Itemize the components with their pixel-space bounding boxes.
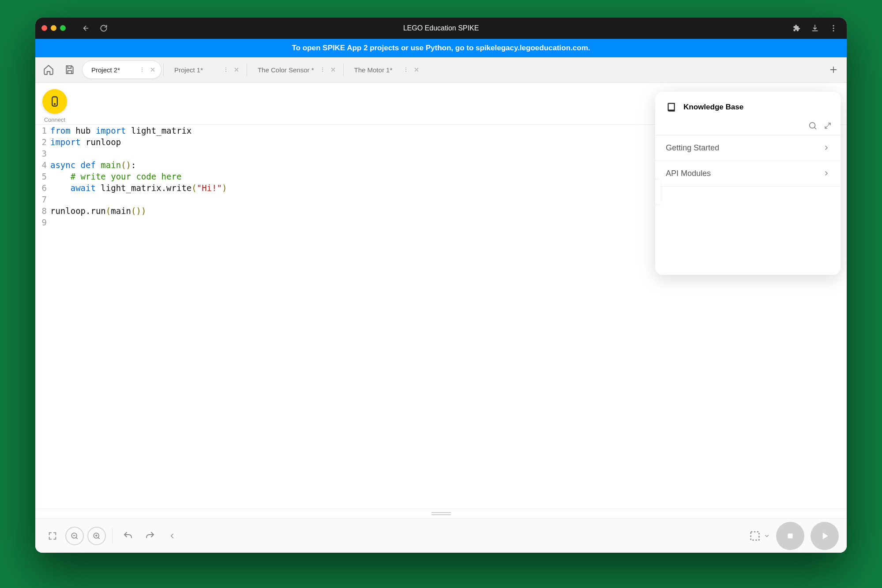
tab-close-icon[interactable] — [150, 67, 156, 73]
line-number: 2 — [35, 136, 50, 148]
refresh-button[interactable] — [97, 21, 111, 35]
search-icon[interactable] — [808, 121, 818, 131]
zoom-in-icon — [92, 532, 101, 540]
maximize-window-icon[interactable] — [60, 25, 66, 31]
code-content: async def main(): — [50, 159, 136, 171]
tab-menu-icon[interactable] — [223, 67, 229, 73]
code-content: from hub import light_matrix — [50, 125, 191, 136]
svg-point-16 — [54, 103, 56, 105]
tab-label: The Motor 1* — [354, 66, 393, 74]
code-content: await light_matrix.write("Hi!") — [50, 182, 227, 194]
home-button[interactable] — [40, 61, 57, 79]
tab-color-sensor[interactable]: The Color Sensor * — [249, 60, 342, 79]
svg-point-4 — [142, 70, 143, 71]
app-title: LEGO Education SPIKE — [35, 24, 847, 32]
drag-handle-icon — [655, 187, 657, 197]
window-controls[interactable] — [41, 25, 66, 31]
panel-collapse-handle[interactable] — [655, 180, 661, 204]
kb-item-label: Getting Started — [666, 143, 719, 153]
stop-button[interactable] — [776, 522, 804, 550]
run-button[interactable] — [811, 522, 839, 550]
kb-header: Knowledge Base — [655, 92, 841, 119]
console-resize-handle[interactable] — [35, 509, 847, 518]
play-icon — [819, 530, 830, 542]
undo-button[interactable] — [119, 527, 137, 545]
code-content: import runloop — [50, 136, 121, 148]
tabs: Project 2* Project 1* The Color Sensor * — [82, 60, 821, 79]
kb-item-getting-started[interactable]: Getting Started — [655, 135, 841, 161]
tab-label: Project 1* — [174, 66, 203, 74]
svg-point-13 — [405, 70, 406, 71]
svg-point-12 — [405, 67, 406, 68]
book-icon — [666, 101, 677, 113]
fullscreen-button[interactable] — [43, 527, 62, 545]
line-number: 3 — [35, 148, 50, 159]
svg-point-14 — [405, 71, 406, 72]
svg-point-9 — [322, 67, 323, 68]
expand-icon[interactable] — [824, 122, 832, 130]
chevron-left-icon — [168, 532, 176, 540]
svg-point-7 — [225, 70, 226, 71]
tab-close-icon[interactable] — [233, 67, 240, 73]
redo-button[interactable] — [141, 527, 159, 545]
code-content: runloop.run(main()) — [50, 205, 146, 217]
tab-close-icon[interactable] — [413, 67, 420, 73]
svg-point-8 — [225, 71, 226, 72]
tab-menu-icon[interactable] — [319, 67, 326, 73]
tab-menu-icon[interactable] — [403, 67, 409, 73]
line-number: 8 — [35, 205, 50, 217]
tab-project-2[interactable]: Project 2* — [82, 60, 161, 79]
connect-label: Connect — [44, 116, 65, 123]
zoom-out-icon — [70, 532, 79, 540]
home-icon — [43, 64, 54, 75]
tab-label: Project 2* — [91, 66, 120, 74]
kb-item-api-modules[interactable]: API Modules — [655, 161, 841, 187]
minimize-window-icon[interactable] — [51, 25, 56, 31]
bottom-toolbar — [35, 518, 847, 553]
redo-icon — [145, 531, 155, 541]
extensions-button[interactable] — [789, 21, 803, 35]
separator — [112, 528, 113, 544]
step-back-button[interactable] — [163, 527, 181, 545]
connect-hub-button[interactable] — [42, 89, 67, 114]
back-button[interactable] — [78, 21, 92, 35]
tab-close-icon[interactable] — [330, 67, 336, 73]
tab-separator — [247, 63, 247, 76]
chevron-right-icon — [823, 170, 830, 177]
grip-icon — [432, 511, 451, 517]
slot-icon — [749, 530, 761, 542]
plus-icon — [829, 65, 838, 75]
legacy-banner: To open SPIKE App 2 projects or use Pyth… — [35, 39, 847, 57]
download-slot-selector[interactable] — [749, 530, 770, 542]
titlebar: LEGO Education SPIKE — [35, 18, 847, 39]
knowledge-base-panel: Knowledge Base Getting Started API Modul… — [655, 92, 841, 275]
refresh-icon — [99, 24, 108, 33]
toolbar: Project 2* Project 1* The Color Sensor * — [35, 57, 847, 83]
tab-separator — [163, 63, 164, 76]
save-button[interactable] — [61, 61, 79, 79]
zoom-in-button[interactable] — [87, 527, 106, 545]
new-tab-button[interactable] — [825, 61, 842, 79]
download-button[interactable] — [808, 21, 822, 35]
chevron-down-icon — [764, 533, 770, 539]
zoom-out-button[interactable] — [65, 527, 84, 545]
arrow-left-icon — [81, 24, 90, 33]
puzzle-icon — [792, 24, 801, 33]
tab-label: The Color Sensor * — [258, 66, 314, 74]
svg-point-1 — [833, 27, 834, 29]
line-number: 7 — [35, 194, 50, 205]
tab-project-1[interactable]: Project 1* — [165, 60, 245, 79]
tab-motor-1[interactable]: The Motor 1* — [345, 60, 425, 79]
close-window-icon[interactable] — [41, 25, 47, 31]
code-content: # write your code here — [50, 171, 181, 182]
svg-point-2 — [833, 30, 834, 31]
kb-item-label: API Modules — [666, 169, 711, 178]
more-menu-button[interactable] — [826, 21, 841, 35]
line-number: 4 — [35, 159, 50, 171]
svg-point-6 — [225, 67, 226, 68]
svg-rect-21 — [788, 533, 793, 538]
undo-icon — [123, 531, 133, 541]
svg-point-11 — [322, 71, 323, 72]
banner-text: To open SPIKE App 2 projects or use Pyth… — [292, 44, 590, 52]
tab-menu-icon[interactable] — [139, 67, 145, 73]
